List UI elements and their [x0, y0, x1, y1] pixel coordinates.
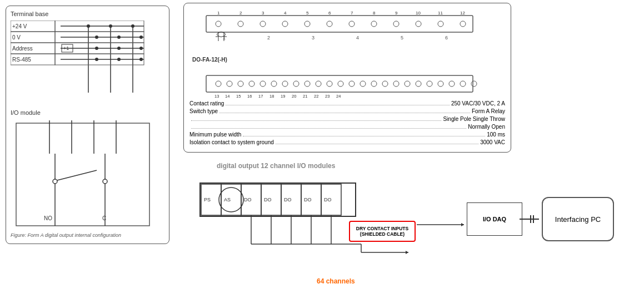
svg-text:4: 4	[356, 35, 359, 40]
svg-point-80	[216, 81, 221, 87]
svg-point-85	[271, 81, 277, 87]
svg-point-81	[227, 81, 232, 87]
svg-text:18: 18	[269, 94, 274, 98]
svg-text:DO: DO	[304, 197, 312, 202]
pc-box: Interfacing PC	[542, 197, 614, 241]
svg-point-66	[349, 21, 355, 27]
svg-text:AS: AS	[224, 197, 231, 202]
svg-point-92	[349, 81, 355, 87]
svg-text:14: 14	[225, 94, 229, 98]
spec-row-5: Minimum pulse width 100 ms	[189, 131, 505, 138]
spec-label-2: Switch type	[189, 108, 218, 114]
svg-rect-79	[206, 75, 473, 92]
svg-text:8: 8	[373, 11, 376, 16]
rack-daq-arrow	[417, 216, 472, 233]
dry-contact-line2: (SHIELDED CABLE)	[356, 231, 408, 237]
main-container: Terminal base +24 V 0 V	[0, 0, 644, 294]
svg-point-99	[427, 81, 432, 87]
spec-label-6: Isolation contact to system ground	[189, 139, 274, 145]
svg-line-40	[57, 170, 97, 180]
svg-text:+1: +1	[63, 45, 69, 51]
svg-marker-146	[461, 223, 464, 226]
svg-point-70	[438, 21, 443, 27]
svg-point-14	[95, 36, 98, 39]
svg-point-39	[103, 179, 107, 184]
svg-text:22: 22	[314, 94, 318, 98]
spec-value-6: 3000 VAC	[480, 139, 505, 145]
spec-row-1: Contact rating 250 VAC/30 VDC, 2 A	[189, 100, 505, 107]
svg-point-15	[117, 36, 121, 39]
svg-point-23	[95, 47, 98, 50]
svg-point-101	[449, 81, 455, 87]
svg-text:24: 24	[336, 94, 341, 98]
svg-text:DO-FA-12(-H): DO-FA-12(-H)	[192, 57, 227, 63]
right-panel: 1 2 3 4 5 6 7 8 9 10 11 12	[183, 3, 511, 153]
spec-row-2: Switch type Form A Relay	[189, 108, 505, 114]
svg-point-96	[393, 81, 399, 87]
daq-label: I/O DAQ	[483, 216, 506, 222]
svg-text:3: 3	[262, 11, 264, 16]
svg-point-38	[53, 179, 57, 184]
svg-text:DO: DO	[244, 197, 252, 202]
svg-point-64	[304, 21, 310, 27]
svg-text:19: 19	[281, 94, 285, 98]
svg-rect-116	[200, 183, 356, 216]
module-section-title: digital output 12 channel I/O modules	[217, 162, 335, 170]
svg-point-69	[416, 21, 421, 27]
svg-point-25	[139, 47, 143, 50]
svg-point-88	[304, 81, 310, 87]
svg-text:2: 2	[267, 35, 270, 40]
svg-text:NO: NO	[44, 215, 52, 221]
spec-label-5: Minimum pulse width	[189, 131, 241, 138]
spec-row-4: Normally Open	[189, 124, 505, 130]
svg-marker-141	[406, 251, 408, 254]
svg-point-87	[293, 81, 299, 87]
svg-point-84	[260, 81, 266, 87]
svg-point-63	[282, 21, 288, 27]
svg-point-60	[216, 21, 221, 27]
svg-point-89	[316, 81, 321, 87]
svg-text:DO: DO	[284, 197, 292, 202]
svg-text:6: 6	[328, 11, 331, 16]
svg-rect-33	[16, 123, 149, 226]
terminal-base-label: Terminal base	[11, 11, 164, 17]
svg-point-93	[360, 81, 366, 87]
svg-text:20: 20	[292, 94, 296, 98]
svg-point-97	[405, 81, 410, 87]
spec-value-1: 250 VAC/30 VDC, 2 A	[451, 100, 505, 107]
connector-diagram: 1 2 3 4 5 6 7 8 9 10 11 12	[189, 9, 501, 98]
svg-text:17: 17	[258, 94, 263, 98]
pc-label: Interfacing PC	[555, 215, 601, 224]
svg-text:23: 23	[325, 94, 330, 98]
svg-point-32	[139, 58, 143, 61]
svg-point-90	[327, 81, 332, 87]
spec-row-6: Isolation contact to system ground 3000 …	[189, 139, 505, 145]
spec-value-5: 100 ms	[487, 131, 505, 138]
svg-point-91	[338, 81, 343, 87]
dry-contact-box: DRY CONTACT INPUTS (SHIELDED CABLE)	[349, 221, 416, 242]
svg-text:PS: PS	[204, 197, 211, 202]
spec-value-3: Single Pole Single Throw	[443, 116, 505, 122]
spec-label-1: Contact rating	[189, 100, 224, 107]
svg-point-103	[471, 81, 477, 87]
svg-text:6: 6	[445, 35, 448, 40]
spec-value-2: Form A Relay	[472, 108, 505, 114]
svg-rect-59	[206, 16, 473, 32]
svg-text:5: 5	[306, 11, 309, 16]
svg-point-95	[382, 81, 388, 87]
svg-point-100	[438, 81, 443, 87]
svg-point-61	[238, 21, 243, 27]
svg-point-71	[460, 21, 466, 27]
io-module-label: I/O module	[11, 109, 164, 116]
svg-text:0 V: 0 V	[12, 34, 21, 40]
relay-diagram: NO C	[11, 120, 155, 231]
svg-text:16: 16	[247, 94, 252, 98]
svg-text:13: 13	[214, 94, 219, 98]
svg-text:+24 V: +24 V	[12, 23, 27, 29]
svg-text:DO: DO	[324, 197, 332, 202]
svg-text:15: 15	[236, 94, 241, 98]
figure-caption: Figure: Form A digital output internal c…	[11, 232, 121, 238]
svg-text:12: 12	[460, 11, 465, 16]
dry-contact-line1: DRY CONTACT INPUTS	[356, 226, 408, 231]
svg-point-24	[117, 47, 121, 50]
